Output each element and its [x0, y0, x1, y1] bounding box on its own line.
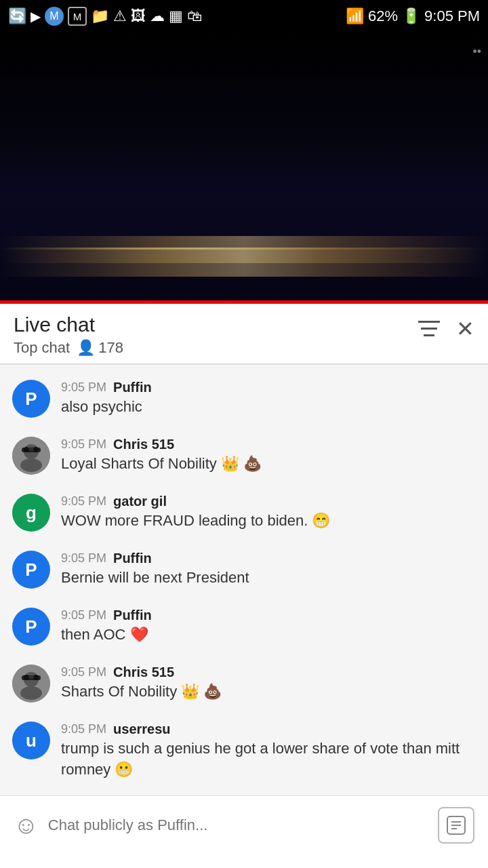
message-time: 9:05 PM — [61, 722, 106, 736]
video-lights — [0, 236, 488, 277]
avatar: P — [12, 551, 50, 589]
chat-subheader: Top chat 👤 178 — [14, 339, 123, 357]
message-text: Bernie will be next President — [61, 568, 476, 589]
send-button[interactable] — [438, 807, 474, 844]
message-meta: 9:05 PM gator gil — [61, 494, 476, 509]
chat-header-right: ✕ — [418, 313, 474, 342]
status-bar: 🔄 ▶ M M 📁 ⚠ 🖼 ☁ ▦ 🛍 📶 62% 🔋 9:05 PM — [0, 0, 488, 33]
message-author: Chris 515 — [113, 665, 174, 680]
message-text: WOW more FRAUD leading to biden. 😁 — [61, 511, 476, 532]
list-item: 9:05 PM Chris 515 Sharts Of Nobility 👑 💩 — [0, 655, 488, 712]
video-background: •• — [0, 33, 488, 304]
message-time: 9:05 PM — [61, 665, 106, 679]
sync-icon: 🔄 — [8, 7, 26, 25]
svg-point-7 — [33, 447, 39, 452]
svg-rect-1 — [421, 328, 437, 330]
message-author: Puffin — [113, 551, 152, 566]
svg-rect-8 — [29, 448, 34, 450]
close-icon: ✕ — [456, 316, 474, 342]
message-meta: 9:05 PM Puffin — [61, 608, 476, 623]
video-red-progress-bar — [0, 300, 488, 304]
filter-button[interactable] — [418, 319, 440, 338]
video-corner-dots: •• — [472, 45, 481, 59]
avatar: g — [12, 494, 50, 532]
list-item: g 9:05 PM gator gil WOW more FRAUD leadi… — [0, 484, 488, 541]
list-item: P 9:05 PM Puffin then AOC ❤️ — [0, 598, 488, 655]
message-text: trump is such a genius he got a lower sh… — [61, 738, 476, 781]
message-time: 9:05 PM — [61, 437, 106, 452]
image-icon: 🖼 — [131, 7, 146, 25]
notification-m2-icon: M — [68, 7, 87, 26]
message-meta: 9:05 PM Chris 515 — [61, 437, 476, 452]
chat-title: Live chat — [14, 313, 123, 336]
message-time: 9:05 PM — [61, 608, 106, 623]
svg-point-9 — [20, 458, 42, 472]
message-content: 9:05 PM Puffin also psychic — [61, 380, 476, 418]
message-content: 9:05 PM gator gil WOW more FRAUD leading… — [61, 494, 476, 532]
list-item: 9:05 PM Chris 515 Loyal Sharts Of Nobili… — [0, 427, 488, 484]
message-content: 9:05 PM userresu trump is such a genius … — [61, 722, 476, 781]
message-meta: 9:05 PM Puffin — [61, 380, 476, 395]
message-meta: 9:05 PM userresu — [61, 722, 476, 737]
chat-messages[interactable]: P 9:05 PM Puffin also psychic 9:05 PM — [0, 365, 488, 795]
bag-icon: 🛍 — [187, 7, 202, 25]
viewer-number: 178 — [98, 339, 123, 357]
avatar: u — [12, 722, 50, 760]
svg-rect-0 — [418, 321, 440, 323]
chat-header-left: Live chat Top chat 👤 178 — [14, 313, 123, 357]
message-author: gator gil — [113, 494, 167, 509]
warning-icon: ⚠ — [113, 7, 127, 25]
list-item: u 9:05 PM userresu trump is such a geniu… — [0, 712, 488, 790]
message-text: Sharts Of Nobility 👑 💩 — [61, 682, 476, 703]
battery-icon: 🔋 — [402, 7, 420, 25]
list-item: P 9:05 PM Puffin Bernie will be next Pre… — [0, 541, 488, 598]
avatar — [12, 437, 50, 475]
youtube-icon: ▶ — [30, 8, 41, 24]
message-content: 9:05 PM Chris 515 Loyal Sharts Of Nobili… — [61, 437, 476, 475]
svg-rect-2 — [424, 334, 434, 336]
svg-point-16 — [20, 686, 42, 700]
close-button[interactable]: ✕ — [456, 316, 474, 342]
chat-input-area: ☺ — [0, 795, 488, 854]
cloud-icon: ☁ — [150, 7, 165, 25]
viewer-count: 👤 178 — [77, 339, 123, 357]
battery-percent: 62% — [368, 7, 398, 25]
message-time: 9:05 PM — [61, 494, 106, 509]
chat-header: Live chat Top chat 👤 178 ✕ — [0, 304, 488, 364]
emoji-picker-icon[interactable]: ☺ — [14, 811, 39, 840]
status-right: 📶 62% 🔋 9:05 PM — [346, 7, 480, 25]
filter-icon — [418, 319, 440, 338]
message-time: 9:05 PM — [61, 551, 106, 566]
send-icon — [446, 815, 466, 835]
video-player[interactable]: •• — [0, 33, 488, 304]
chat-input-field[interactable] — [48, 816, 428, 834]
viewer-icon: 👤 — [77, 339, 95, 357]
grid-icon: ▦ — [169, 7, 183, 25]
message-content: 9:05 PM Puffin Bernie will be next Presi… — [61, 551, 476, 589]
svg-point-13 — [24, 675, 29, 680]
message-author: Puffin — [113, 380, 152, 395]
message-author: userresu — [113, 722, 171, 737]
notification-m-icon: M — [45, 7, 64, 26]
svg-point-14 — [33, 675, 39, 680]
svg-point-6 — [24, 447, 29, 452]
avatar: P — [12, 608, 50, 646]
message-text: then AOC ❤️ — [61, 625, 476, 646]
message-author: Chris 515 — [113, 437, 174, 452]
svg-rect-15 — [29, 676, 34, 678]
message-text: Loyal Sharts Of Nobility 👑 💩 — [61, 454, 476, 475]
message-time: 9:05 PM — [61, 380, 106, 395]
list-item: P 9:05 PM Puffin also psychic — [0, 370, 488, 427]
status-icons: 🔄 ▶ M M 📁 ⚠ 🖼 ☁ ▦ 🛍 — [8, 7, 202, 26]
wifi-icon: 📶 — [346, 7, 364, 25]
avatar: P — [12, 380, 50, 418]
message-meta: 9:05 PM Puffin — [61, 551, 476, 566]
message-text: also psychic — [61, 397, 476, 418]
message-content: 9:05 PM Puffin then AOC ❤️ — [61, 608, 476, 646]
message-author: Puffin — [113, 608, 152, 623]
message-content: 9:05 PM Chris 515 Sharts Of Nobility 👑 💩 — [61, 665, 476, 703]
top-chat-label: Top chat — [14, 339, 70, 357]
avatar — [12, 665, 50, 703]
message-meta: 9:05 PM Chris 515 — [61, 665, 476, 680]
folder-icon: 📁 — [91, 7, 109, 25]
